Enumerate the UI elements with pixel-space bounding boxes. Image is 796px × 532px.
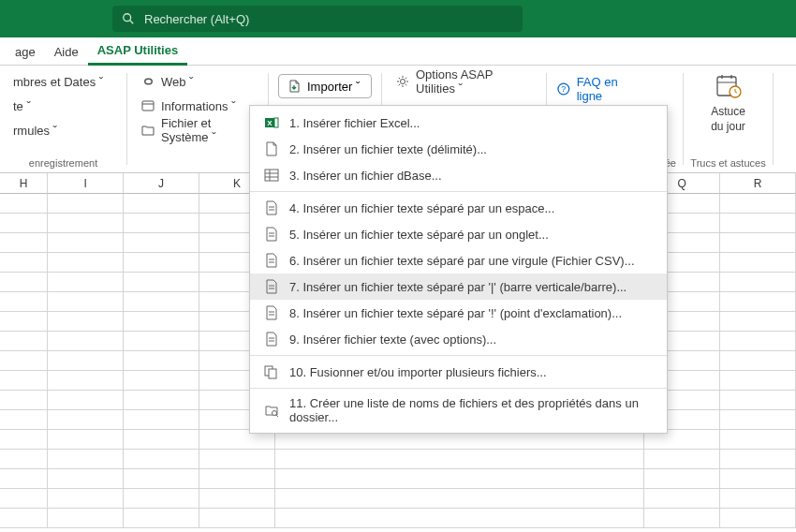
grid-cell[interactable]: [48, 312, 124, 332]
grid-cell[interactable]: [0, 253, 48, 273]
grid-cell[interactable]: [0, 469, 48, 489]
grid-cell[interactable]: [720, 509, 796, 528]
grid-cell[interactable]: [124, 489, 199, 509]
grid-cell[interactable]: [48, 469, 124, 489]
grid-cell[interactable]: [0, 292, 48, 312]
grid-cell[interactable]: [0, 371, 48, 391]
grid-cell[interactable]: [124, 351, 199, 371]
col-header-j[interactable]: J: [124, 173, 199, 194]
grid-cell[interactable]: [199, 469, 275, 489]
grid-cell[interactable]: [124, 332, 199, 351]
grid-cell[interactable]: [199, 509, 275, 528]
grid-cell[interactable]: [0, 214, 48, 233]
grid-cell[interactable]: [720, 430, 796, 450]
grid-cell[interactable]: [720, 489, 796, 509]
informations-button[interactable]: Informations ˇ: [137, 96, 258, 116]
grid-cell[interactable]: [48, 371, 124, 391]
grid-cell[interactable]: [124, 214, 199, 233]
grid-cell[interactable]: [48, 253, 124, 273]
grid-cell[interactable]: [720, 332, 796, 351]
grid-cell[interactable]: [48, 273, 124, 292]
grid-cell[interactable]: [720, 371, 796, 391]
grid-cell[interactable]: [0, 312, 48, 332]
faq-link[interactable]: ?FAQ en ligne: [556, 75, 645, 103]
grid-cell[interactable]: [48, 509, 124, 528]
col-header-i[interactable]: I: [48, 173, 124, 194]
grid-cell[interactable]: [48, 489, 124, 509]
grid-cell[interactable]: [0, 450, 48, 469]
grid-cell[interactable]: [124, 410, 199, 430]
dd-item-11[interactable]: 11. Créer une liste de noms de fichiers …: [250, 392, 667, 429]
rmules-button[interactable]: rmules ˇ: [9, 120, 117, 140]
grid-cell[interactable]: [124, 469, 199, 489]
grid-cell[interactable]: [275, 489, 644, 509]
dd-item-4[interactable]: 4. Insérer un fichier texte séparé par u…: [250, 195, 667, 221]
grid-cell[interactable]: [124, 233, 199, 253]
grid-cell[interactable]: [0, 489, 48, 509]
grid-cell[interactable]: [48, 450, 124, 469]
dd-item-5[interactable]: 5. Insérer un fichier texte séparé par u…: [250, 221, 667, 247]
grid-cell[interactable]: [0, 509, 48, 528]
grid-cell[interactable]: [199, 489, 275, 509]
dd-item-7[interactable]: 7. Insérer un fichier texte séparé par '…: [250, 273, 667, 300]
tab-asap-utilities[interactable]: ASAP Utilities: [88, 37, 187, 66]
grid-cell[interactable]: [48, 430, 124, 450]
col-header-h[interactable]: H: [0, 173, 48, 194]
dd-item-8[interactable]: 8. Insérer un fichier texte séparé par '…: [250, 300, 667, 326]
ribbon-group-astuce[interactable]: Astuce du jour Trucs et astuces: [684, 66, 773, 172]
grid-cell[interactable]: [124, 194, 199, 214]
grid-cell[interactable]: [644, 469, 720, 489]
te-button[interactable]: te ˇ: [9, 96, 117, 116]
grid-cell[interactable]: [124, 430, 199, 450]
grid-cell[interactable]: [720, 351, 796, 371]
grid-cell[interactable]: [124, 509, 199, 528]
tab-age[interactable]: age: [6, 39, 45, 65]
grid-cell[interactable]: [644, 489, 720, 509]
web-button[interactable]: Web ˇ: [137, 71, 258, 92]
grid-cell[interactable]: [720, 312, 796, 332]
dd-item-2[interactable]: 2. Insérer un fichier texte (délimité)..…: [250, 136, 667, 162]
grid-cell[interactable]: [0, 351, 48, 371]
grid-cell[interactable]: [644, 509, 720, 528]
grid-cell[interactable]: [124, 273, 199, 292]
search-box[interactable]: Rechercher (Alt+Q): [112, 6, 523, 32]
grid-cell[interactable]: [0, 273, 48, 292]
grid-cell[interactable]: [124, 253, 199, 273]
grid-cell[interactable]: [124, 391, 199, 410]
grid-cell[interactable]: [48, 332, 124, 351]
grid-cell[interactable]: [644, 450, 720, 469]
grid-cell[interactable]: [124, 450, 199, 469]
grid-cell[interactable]: [48, 410, 124, 430]
grid-cell[interactable]: [124, 292, 199, 312]
options-button[interactable]: Options ASAP Utilities ˇ: [391, 71, 537, 92]
tab-aide[interactable]: Aide: [45, 39, 88, 65]
grid-cell[interactable]: [720, 410, 796, 430]
grid-cell[interactable]: [720, 273, 796, 292]
grid-cell[interactable]: [0, 410, 48, 430]
nombres-dates-button[interactable]: mbres et Dates ˇ: [9, 71, 117, 92]
dd-item-10[interactable]: 10. Fusionner et/ou importer plusieurs f…: [250, 359, 667, 385]
grid-cell[interactable]: [48, 214, 124, 233]
dd-item-3[interactable]: 3. Insérer un fichier dBase...: [250, 162, 667, 188]
grid-cell[interactable]: [48, 233, 124, 253]
col-header-r[interactable]: R: [720, 173, 796, 194]
grid-cell[interactable]: [720, 292, 796, 312]
grid-cell[interactable]: [48, 292, 124, 312]
grid-cell[interactable]: [720, 450, 796, 469]
fichier-systeme-button[interactable]: Fichier et Système ˇ: [137, 120, 258, 140]
importer-button[interactable]: Importer ˇ: [278, 74, 372, 98]
dd-item-9[interactable]: 9. Insérer fichier texte (avec options).…: [250, 326, 667, 352]
grid-cell[interactable]: [124, 312, 199, 332]
grid-cell[interactable]: [720, 233, 796, 253]
grid-cell[interactable]: [720, 391, 796, 410]
grid-cell[interactable]: [48, 194, 124, 214]
grid-cell[interactable]: [720, 214, 796, 233]
dd-item-6[interactable]: 6. Insérer un fichier texte séparé par u…: [250, 247, 667, 273]
grid-cell[interactable]: [275, 509, 644, 528]
grid-cell[interactable]: [0, 194, 48, 214]
grid-cell[interactable]: [124, 371, 199, 391]
grid-cell[interactable]: [0, 233, 48, 253]
grid-cell[interactable]: [0, 391, 48, 410]
grid-cell[interactable]: [720, 194, 796, 214]
grid-cell[interactable]: [199, 450, 275, 469]
